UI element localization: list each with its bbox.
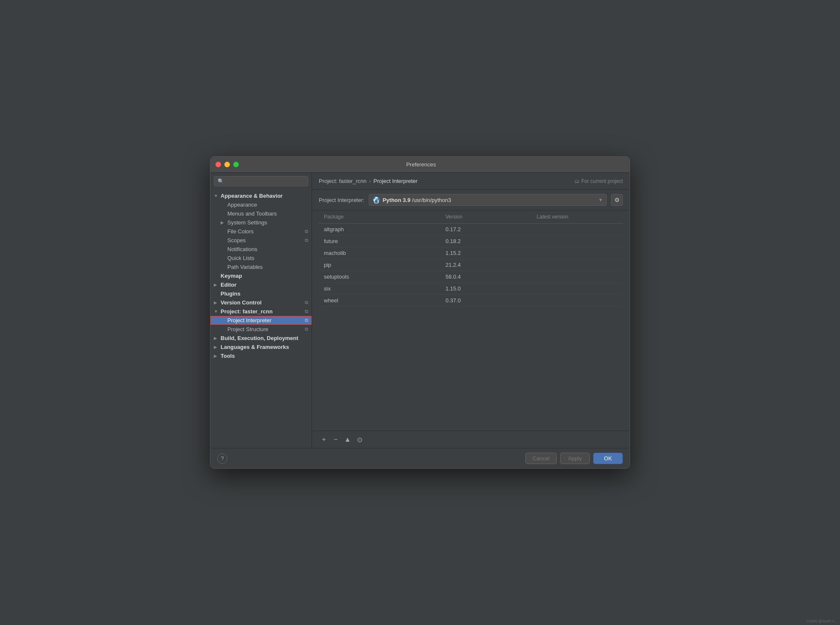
expand-arrow: ▼: [214, 194, 221, 198]
cell-version: 58.0.4: [440, 271, 531, 283]
breadcrumb-separator: ›: [369, 178, 371, 184]
sidebar-item-path-variables[interactable]: Path Variables: [210, 263, 312, 271]
expand-arrow: ▶: [214, 282, 221, 287]
expand-arrow: ▶: [214, 300, 221, 305]
sidebar-item-version-control[interactable]: ▶ Version Control ⧉: [210, 298, 312, 307]
cell-latest: [532, 283, 623, 295]
search-box[interactable]: 🔍: [214, 176, 308, 186]
sidebar-item-label: Project: faster_rcnn: [221, 308, 303, 315]
search-input[interactable]: [227, 178, 304, 184]
cell-version: 21.2.4: [440, 259, 531, 271]
sidebar-item-tools[interactable]: ▶ Tools: [210, 351, 312, 360]
expand-arrow: ▶: [214, 336, 221, 340]
breadcrumb-current: Project Interpreter: [373, 178, 417, 184]
table-row[interactable]: setuptools58.0.4: [319, 271, 623, 283]
cell-latest: [532, 235, 623, 247]
sidebar-item-scopes[interactable]: Scopes ⧉: [210, 236, 312, 245]
sidebar-item-label: Version Control: [221, 299, 303, 306]
add-package-button[interactable]: +: [319, 434, 329, 445]
cell-version: 1.15.0: [440, 283, 531, 295]
sidebar-item-project[interactable]: ▼ Project: faster_rcnn ⧉: [210, 307, 312, 316]
dropdown-arrow-icon: ▼: [598, 197, 603, 202]
sidebar-item-editor[interactable]: ▶ Editor: [210, 280, 312, 289]
sidebar-item-project-structure[interactable]: Project Structure ⧉: [210, 325, 312, 334]
col-header-package: Package: [319, 210, 440, 224]
expand-arrow: ▶: [214, 354, 221, 358]
cell-latest: [532, 247, 623, 259]
package-table-container: Package Version Latest version altgraph0…: [319, 210, 623, 431]
settings-button[interactable]: ⊙: [354, 434, 365, 445]
sidebar-item-languages-frameworks[interactable]: ▶ Languages & Frameworks: [210, 343, 312, 351]
table-row[interactable]: future0.18.2: [319, 235, 623, 247]
cell-package: altgraph: [319, 224, 440, 235]
minimize-button[interactable]: [224, 162, 230, 167]
sidebar: 🔍 ▼ Appearance & Behavior Appearance Men…: [210, 173, 312, 448]
close-button[interactable]: [216, 162, 221, 167]
cell-latest: [532, 295, 623, 307]
sidebar-item-label: Scopes: [227, 237, 303, 243]
copy-icon: ⧉: [305, 238, 308, 243]
sidebar-item-build-execution[interactable]: ▶ Build, Execution, Deployment: [210, 334, 312, 343]
gear-button[interactable]: ⚙: [611, 194, 623, 206]
cell-latest: [532, 224, 623, 235]
table-row[interactable]: macholib1.15.2: [319, 247, 623, 259]
table-toolbar: + − ▲ ⊙: [312, 431, 630, 448]
expand-arrow: ▶: [221, 220, 227, 225]
watermark: CSDN @itoshi ri...: [807, 619, 837, 623]
ok-button[interactable]: OK: [593, 453, 623, 464]
maximize-button[interactable]: [233, 162, 239, 167]
sidebar-item-system-settings[interactable]: ▶ System Settings: [210, 218, 312, 227]
sidebar-item-keymap[interactable]: Keymap: [210, 271, 312, 280]
copy-icon: ⧉: [305, 326, 308, 332]
copy-icon: ⧉: [305, 318, 308, 323]
upgrade-package-button[interactable]: ▲: [343, 434, 353, 445]
interpreter-row: Project Interpreter: Python 3.9 /usr/bin…: [312, 190, 630, 210]
expand-arrow: ▼: [214, 309, 221, 314]
sidebar-item-label: Languages & Frameworks: [221, 344, 308, 350]
col-header-latest: Latest version: [532, 210, 623, 224]
sidebar-item-label: Quick Lists: [227, 255, 308, 261]
sidebar-item-label: Path Variables: [227, 264, 308, 270]
copy-icon: ⧉: [305, 309, 308, 314]
table-row[interactable]: pip21.2.4: [319, 259, 623, 271]
sidebar-item-notifications[interactable]: Notifications: [210, 245, 312, 254]
col-header-version: Version: [440, 210, 531, 224]
cell-version: 0.17.2: [440, 224, 531, 235]
breadcrumb-project: Project: faster_rcnn: [319, 178, 367, 184]
interpreter-select[interactable]: Python 3.9 /usr/bin/python3 ▼: [369, 194, 607, 206]
sidebar-item-appearance-behavior[interactable]: ▼ Appearance & Behavior: [210, 191, 312, 200]
sidebar-item-label: File Colors: [227, 228, 303, 235]
gear-icon: ⚙: [614, 196, 620, 203]
sidebar-item-project-interpreter[interactable]: Project Interpreter ⧉: [210, 316, 312, 325]
traffic-lights: [216, 162, 239, 167]
python-icon: [373, 196, 380, 204]
cell-package: future: [319, 235, 440, 247]
sidebar-tree: ▼ Appearance & Behavior Appearance Menus…: [210, 190, 312, 448]
sidebar-item-menus-toolbars[interactable]: Menus and Toolbars: [210, 209, 312, 218]
cell-version: 1.15.2: [440, 247, 531, 259]
project-scope-icon: 🗂: [575, 178, 580, 184]
remove-package-button[interactable]: −: [331, 434, 341, 445]
table-row[interactable]: wheel0.37.0: [319, 295, 623, 307]
search-icon: 🔍: [218, 178, 224, 184]
breadcrumb: Project: faster_rcnn › Project Interpret…: [319, 178, 417, 184]
sidebar-item-file-colors[interactable]: File Colors ⧉: [210, 227, 312, 236]
sidebar-item-appearance[interactable]: Appearance: [210, 200, 312, 209]
sidebar-item-plugins[interactable]: Plugins: [210, 289, 312, 298]
table-row[interactable]: six1.15.0: [319, 283, 623, 295]
cell-package: pip: [319, 259, 440, 271]
help-button[interactable]: ?: [217, 454, 227, 464]
bottom-bar: ? Cancel Apply OK: [210, 448, 630, 468]
sidebar-item-label: Build, Execution, Deployment: [221, 335, 308, 341]
sidebar-item-quick-lists[interactable]: Quick Lists: [210, 254, 312, 263]
cell-package: setuptools: [319, 271, 440, 283]
apply-button[interactable]: Apply: [560, 453, 590, 464]
cell-package: wheel: [319, 295, 440, 307]
right-panel: Project: faster_rcnn › Project Interpret…: [312, 173, 630, 448]
sidebar-item-label: Editor: [221, 282, 308, 288]
sidebar-item-label: Notifications: [227, 246, 308, 252]
sidebar-item-label: Appearance & Behavior: [221, 193, 308, 199]
cancel-button[interactable]: Cancel: [525, 453, 557, 464]
sidebar-item-label: Menus and Toolbars: [227, 210, 308, 217]
table-row[interactable]: altgraph0.17.2: [319, 224, 623, 235]
